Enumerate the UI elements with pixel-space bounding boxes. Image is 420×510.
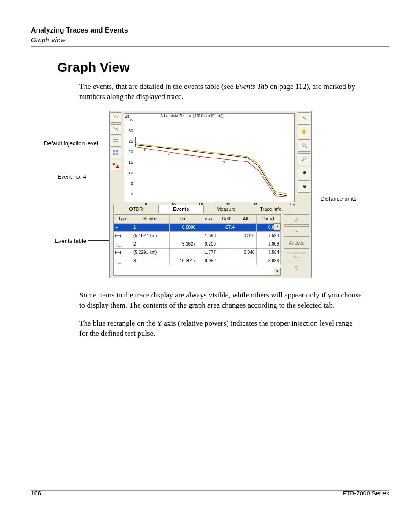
cell: ┐_ bbox=[114, 240, 132, 248]
column-header[interactable]: Loss bbox=[197, 215, 217, 223]
trace-line bbox=[135, 147, 287, 197]
y-tick: 20 bbox=[127, 150, 133, 154]
tabs-row: OTDREventsMeasureTrace Info. bbox=[113, 205, 294, 213]
cell bbox=[236, 223, 256, 231]
events-table-wrap: TypeNumberLoc.LossRefl.Att.Cumul. ⇥10.00… bbox=[113, 214, 281, 276]
column-header[interactable]: Att. bbox=[236, 215, 256, 223]
intro-ref: Events Tab bbox=[236, 82, 268, 91]
table-row[interactable]: ⊢⊣(5.1627 km)1.5980.3101.598 bbox=[114, 231, 281, 240]
events-table[interactable]: TypeNumberLoc.LossRefl.Att.Cumul. ⇥10.00… bbox=[114, 215, 281, 265]
pointer-icon[interactable]: ↖ bbox=[298, 112, 310, 125]
trace-line bbox=[135, 143, 287, 194]
cell: 0.310 bbox=[236, 231, 256, 240]
column-header[interactable]: Type bbox=[114, 215, 132, 223]
otdr-ui-panel: ↖✋🔍🔎⊕⊖ dB 35302520151050 510152025 km 3 … bbox=[109, 111, 312, 278]
y-tick: 0 bbox=[127, 192, 133, 196]
paragraph-2: Some items in the trace display are alwa… bbox=[79, 290, 363, 311]
cell bbox=[217, 257, 236, 265]
tab-measure[interactable]: Measure bbox=[203, 205, 249, 213]
callout-line bbox=[88, 147, 110, 147]
column-header[interactable]: Refl. bbox=[217, 215, 236, 223]
cell bbox=[236, 240, 256, 248]
cell: 3.636 bbox=[256, 257, 280, 265]
cell: ⊢⊣ bbox=[114, 231, 132, 240]
scroll-up-icon[interactable]: ▴ bbox=[274, 223, 281, 230]
cell: 0.0000 bbox=[170, 223, 197, 231]
cell: ⊢⊣ bbox=[114, 248, 132, 257]
set-span-start-button[interactable]: Set as Span Start bbox=[284, 250, 309, 261]
cell bbox=[236, 257, 256, 265]
cell: 1.808 bbox=[256, 240, 280, 248]
scroll-down-icon[interactable]: ▾ bbox=[274, 268, 281, 275]
callout-distance-units: Distance units bbox=[321, 195, 357, 202]
toolbar-icon-2[interactable] bbox=[111, 124, 121, 135]
column-header[interactable]: Cumul. bbox=[256, 215, 280, 223]
header-rule bbox=[31, 46, 389, 47]
cell: 10.3917 bbox=[170, 257, 197, 265]
y-tick: 35 bbox=[127, 118, 133, 122]
callout-event4: Event no. 4 bbox=[44, 173, 86, 180]
plot-area: 1 2 3 4 bbox=[135, 117, 292, 198]
y-tick: 30 bbox=[127, 128, 133, 133]
figure: Default injection level Event no. 4 Even… bbox=[44, 111, 326, 278]
y-tick: 15 bbox=[127, 160, 133, 165]
y-tick: 25 bbox=[127, 139, 133, 143]
cell: (5.2291 km) bbox=[132, 248, 170, 257]
injection-level-indicator bbox=[135, 137, 136, 147]
svg-text:4: 4 bbox=[223, 160, 225, 164]
nav-down-button[interactable]: ▽ bbox=[284, 263, 309, 273]
product-series: FTB-7000 Series bbox=[343, 490, 389, 497]
toolbar-icon-grid[interactable] bbox=[111, 148, 121, 158]
right-toolbar: ↖✋🔍🔎⊕⊖ bbox=[298, 112, 310, 194]
svg-rect-3 bbox=[113, 150, 115, 152]
table-row[interactable]: ⇥10.0000-27.40.000 bbox=[114, 223, 281, 231]
zoom-icon[interactable]: 🔍 bbox=[298, 139, 310, 152]
cell: 1.598 bbox=[197, 231, 217, 240]
cell: 2 bbox=[132, 240, 170, 248]
paragraph-3: The blue rectangle on the Y axis (relati… bbox=[79, 319, 363, 339]
table-row[interactable]: ┐_25.16270.2091.808 bbox=[114, 240, 281, 248]
pan-icon[interactable]: ✋ bbox=[298, 126, 310, 138]
svg-rect-5 bbox=[113, 153, 115, 155]
toolbar-icon-markers[interactable] bbox=[111, 160, 121, 170]
side-buttons: △⌖AnalyzeSet as Span Start▽ bbox=[284, 214, 309, 275]
cell: (5.1627 km) bbox=[132, 231, 170, 240]
tab-otdr[interactable]: OTDR bbox=[113, 205, 159, 213]
cell: 3.584 bbox=[256, 248, 280, 257]
svg-rect-6 bbox=[116, 153, 118, 155]
cell bbox=[217, 231, 236, 240]
zoom-h-icon[interactable]: 🔎 bbox=[298, 153, 310, 165]
table-row[interactable]: ┐_310.39170.0523.636 bbox=[114, 257, 281, 265]
cell bbox=[170, 231, 197, 240]
page-number: 106 bbox=[31, 490, 41, 497]
nav-up-button[interactable]: △ bbox=[284, 214, 309, 225]
cell: 0.052 bbox=[197, 257, 217, 265]
cell: ⇥ bbox=[114, 223, 132, 231]
column-header[interactable]: Loc. bbox=[170, 215, 197, 223]
cell: 5.1627 bbox=[170, 240, 197, 248]
analyze-button[interactable]: Analyze bbox=[284, 238, 309, 249]
locate-button[interactable]: ⌖ bbox=[284, 226, 309, 237]
svg-text:2: 2 bbox=[168, 152, 170, 156]
zoom-out-icon[interactable]: ⊖ bbox=[298, 180, 310, 193]
toolbar-icon-3[interactable] bbox=[111, 136, 121, 147]
toolbar-icon-1[interactable] bbox=[111, 112, 121, 123]
section-name: Graph View bbox=[31, 36, 389, 44]
zoom-in-icon[interactable]: ⊕ bbox=[298, 167, 310, 179]
cell: 3 bbox=[132, 257, 170, 265]
page-title: Graph View bbox=[57, 60, 389, 75]
cell bbox=[217, 240, 236, 248]
trace-graph[interactable]: dB 35302520151050 510152025 km 3 Lambda … bbox=[124, 113, 295, 202]
intro-paragraph: The events, that are detailed in the eve… bbox=[79, 82, 363, 102]
cell bbox=[217, 248, 236, 257]
cell bbox=[197, 223, 217, 231]
tab-trace-info-[interactable]: Trace Info. bbox=[249, 205, 295, 213]
cell: -27.4 bbox=[217, 223, 236, 231]
table-row[interactable]: ⊢⊣(5.2291 km)1.7770.3403.584 bbox=[114, 248, 281, 257]
chapter-title: Analyzing Traces and Events bbox=[31, 26, 389, 34]
tab-events[interactable]: Events bbox=[158, 205, 204, 213]
column-header[interactable]: Number bbox=[132, 215, 170, 223]
callout-line bbox=[88, 176, 110, 176]
callout-line bbox=[88, 240, 110, 241]
callout-events-table: Events table bbox=[44, 238, 86, 245]
